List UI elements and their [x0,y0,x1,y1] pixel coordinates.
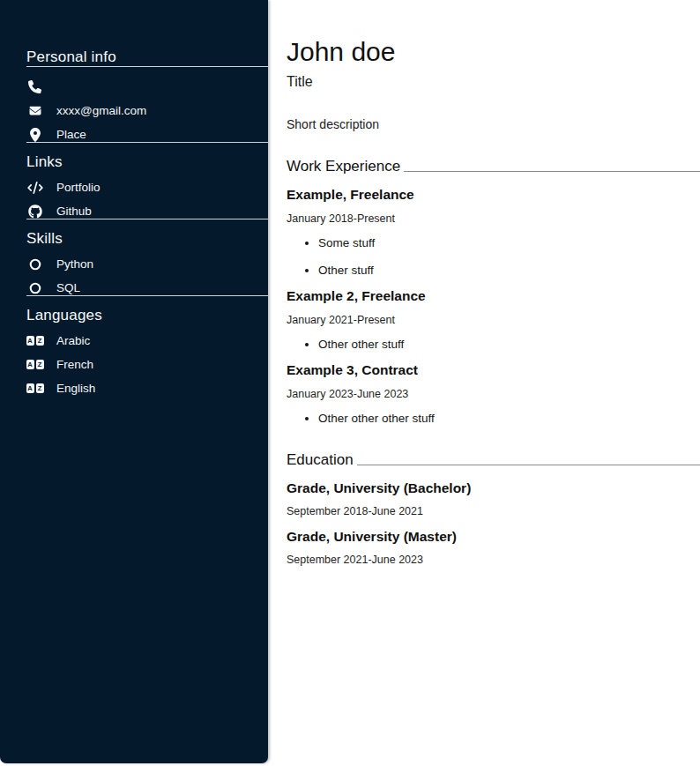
heading-rule [357,465,700,465]
language-icon-z: Z [36,336,44,346]
skills-list: Python SQL [26,257,268,295]
bullet-item: Other stuff [318,264,700,277]
language-icon-a: A [26,383,34,393]
language-row-english: AZ English [26,381,268,396]
education-heading-text: Education [287,451,357,469]
work-entry-title: Example 3, Contract [287,362,700,378]
github-link-label: Github [56,205,92,218]
work-entry: Example 3, Contract January 2023-June 20… [287,362,700,425]
place-value: Place [56,128,86,141]
bullet-item: Other other other stuff [318,412,700,425]
language-row-arabic: AZ Arabic [26,333,268,348]
language-icon-z: Z [36,383,44,393]
education-heading: Education [287,451,700,469]
contact-row-email: xxxx@gmail.com [26,103,268,118]
links-list: Portfolio Github [26,180,268,219]
work-entry-title: Example 2, Freelance [287,288,700,304]
skills-heading: Skills [26,230,268,248]
divider [26,219,268,219]
sidebar: Personal info xxxx@gmail.com Place [0,0,268,763]
language-icon-a: A [26,336,34,346]
work-entry: Example, Freelance January 2018-Present … [287,187,700,277]
link-row-portfolio[interactable]: Portfolio [26,180,268,195]
divider [26,66,268,67]
candidate-title: Title [287,74,700,90]
language-icon: AZ [26,336,43,346]
contact-list: xxxx@gmail.com Place [26,79,268,142]
work-entry: Example 2, Freelance January 2021-Presen… [287,288,700,351]
portfolio-link-label: Portfolio [56,181,101,194]
email-value: xxxx@gmail.com [56,104,146,117]
divider [26,142,268,143]
short-description: Short description [287,117,700,131]
work-entry-title: Example, Freelance [287,187,700,203]
link-row-github[interactable]: Github [26,204,268,219]
work-entry-bullets: Other other other stuff [287,412,700,425]
language-label: French [56,358,93,371]
heading-rule [404,171,700,172]
resume-page: Personal info xxxx@gmail.com Place [0,0,700,766]
bullet-item: Some stuff [318,236,700,249]
github-icon [26,205,43,219]
circle-icon [26,282,43,294]
map-pin-icon [26,128,43,142]
language-icon: AZ [26,360,43,369]
work-entry-date: January 2023-June 2023 [287,388,700,400]
skill-row-python: Python [26,257,268,271]
candidate-name: John doe [287,37,700,66]
language-row-french: AZ French [26,357,268,372]
contact-row-phone [26,79,268,94]
work-entry-bullets: Other other stuff [287,338,700,351]
education-entry-date: September 2021-June 2023 [287,554,700,566]
languages-list: AZ Arabic AZ French AZ English [26,333,268,396]
work-experience-heading-text: Work Experience [287,158,404,175]
languages-heading: Languages [26,307,268,324]
skill-label: Python [56,257,93,271]
circle-icon [26,258,43,271]
education-entry: Grade, University (Master) September 202… [287,529,700,566]
skill-label: SQL [56,281,80,294]
language-icon-a: A [26,360,34,369]
language-icon-z: Z [36,360,44,369]
code-icon [26,182,43,194]
personal-info-heading: Personal info [26,48,268,66]
bullet-item: Other other stuff [318,338,700,351]
language-label: English [56,382,95,395]
education-entry-date: September 2018-June 2021 [287,505,700,517]
envelope-icon [26,105,43,116]
work-entry-date: January 2018-Present [287,212,700,225]
phone-icon [26,80,43,93]
contact-row-place: Place [26,127,268,142]
divider [26,295,268,296]
education-entry-title: Grade, University (Bachelor) [287,480,700,496]
links-heading: Links [26,153,268,171]
resume-body: John doe Title Short description Work Ex… [268,0,700,766]
work-entry-date: January 2021-Present [287,314,700,326]
language-label: Arabic [56,334,90,347]
education-entry-title: Grade, University (Master) [287,529,700,545]
work-experience-heading: Work Experience [287,158,700,175]
skill-row-sql: SQL [26,280,268,295]
language-icon: AZ [26,383,43,393]
education-entry: Grade, University (Bachelor) September 2… [287,480,700,517]
work-entry-bullets: Some stuff Other stuff [287,236,700,277]
